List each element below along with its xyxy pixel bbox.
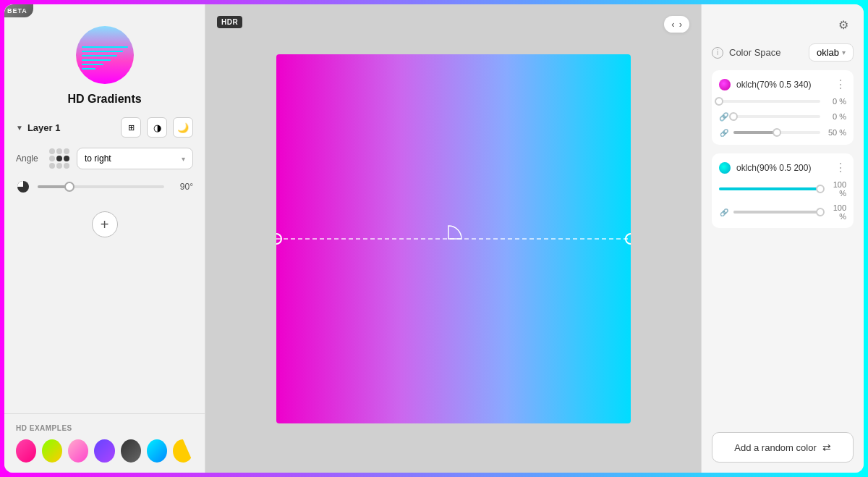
info-icon[interactable]: i bbox=[712, 47, 723, 59]
stop-1-slider-1-thumb[interactable] bbox=[715, 97, 723, 106]
color-stop-2-header: oklch(90% 0.5 200) ⋮ bbox=[719, 161, 846, 174]
dot-tl bbox=[49, 148, 55, 154]
add-random-label: Add a random color bbox=[734, 442, 816, 453]
logo-area: HD Gradients bbox=[4, 4, 205, 117]
stop-1-slider-3-fill bbox=[733, 131, 777, 134]
stop-2-slider-2-value: 100 % bbox=[825, 203, 846, 221]
collapse-icon[interactable]: ▼ bbox=[16, 124, 23, 132]
settings-button[interactable]: ⚙ bbox=[833, 14, 854, 35]
stop-1-slider-3-value: 50 % bbox=[825, 128, 846, 137]
color-space-label: Color Space bbox=[729, 47, 803, 58]
angle-direction-value: to right bbox=[85, 153, 111, 164]
layer-title-row: ▼ Layer 1 bbox=[16, 122, 60, 133]
example-swatch-7[interactable] bbox=[173, 439, 193, 463]
stop-1-slider-3-row: 🔗 50 % bbox=[719, 127, 846, 138]
layer-name: Layer 1 bbox=[27, 122, 61, 133]
sidebar: BETA HD Gradients ▼ Layer 1 bbox=[4, 4, 205, 473]
example-swatch-3[interactable] bbox=[68, 439, 88, 463]
next-arrow-icon[interactable]: › bbox=[679, 19, 682, 30]
add-random-color-button[interactable]: Add a random color ⇄ bbox=[712, 432, 854, 463]
angle-direction-select[interactable]: to right ▾ bbox=[77, 148, 193, 169]
stop-2-slider-1-row: 100 % bbox=[719, 180, 846, 198]
example-swatch-1[interactable] bbox=[16, 439, 36, 463]
spacer bbox=[712, 237, 854, 423]
color-stop-2: oklch(90% 0.5 200) ⋮ 100 % 🔗 100 % bbox=[712, 153, 854, 228]
stop-2-slider-1-thumb[interactable] bbox=[816, 185, 825, 193]
right-panel: ⚙ i Color Space oklab ▾ oklch(70% 0.5 34… bbox=[701, 4, 864, 473]
direction-dots[interactable] bbox=[49, 148, 69, 169]
angle-slider-row: 90° bbox=[16, 180, 193, 194]
example-swatch-5[interactable] bbox=[121, 439, 141, 463]
dot-bc bbox=[56, 163, 62, 169]
stop-1-slider-1-track[interactable] bbox=[719, 100, 820, 103]
stop-1-slider-2-thumb[interactable] bbox=[729, 112, 738, 121]
prev-arrow-icon[interactable]: ‹ bbox=[671, 19, 674, 30]
stop-2-slider-2-row: 🔗 100 % bbox=[719, 203, 846, 221]
stop-2-slider-2-track[interactable] bbox=[733, 211, 820, 214]
dot-mr bbox=[64, 156, 69, 161]
color-stop-1-dot[interactable] bbox=[719, 79, 731, 90]
color-stop-1-header: oklch(70% 0.5 340) ⋮ bbox=[719, 77, 846, 91]
stop-1-slider-1-row: 0 % bbox=[719, 97, 846, 106]
color-space-value: oklab bbox=[817, 47, 839, 58]
stop-2-slider-1-fill bbox=[719, 187, 820, 190]
app-logo bbox=[76, 26, 134, 84]
more-options-2-icon[interactable]: ⋮ bbox=[835, 161, 846, 174]
angle-label: Angle bbox=[16, 153, 42, 164]
shuffle-icon: ⇄ bbox=[822, 442, 831, 453]
dot-br bbox=[64, 163, 69, 169]
grid-view-button[interactable]: ⊞ bbox=[121, 117, 141, 138]
gradient-canvas bbox=[276, 54, 631, 423]
add-layer-area: + bbox=[16, 200, 193, 249]
example-swatch-4[interactable] bbox=[94, 439, 114, 463]
dark-mode-button[interactable]: 🌙 bbox=[173, 117, 193, 138]
stop-1-slider-3-thumb[interactable] bbox=[773, 128, 781, 137]
angle-value-display: 90° bbox=[171, 182, 193, 192]
dot-mc bbox=[56, 156, 62, 161]
logo-lines bbox=[82, 46, 128, 69]
nav-arrows[interactable]: ‹ › bbox=[664, 16, 689, 33]
settings-icon-row: ⚙ bbox=[712, 14, 854, 35]
angle-pie-icon bbox=[16, 180, 30, 194]
half-circle-button[interactable]: ◑ bbox=[147, 117, 167, 138]
dot-tr bbox=[64, 148, 69, 154]
more-options-1-icon[interactable]: ⋮ bbox=[835, 77, 846, 91]
gradient-svg-line bbox=[276, 224, 631, 253]
color-space-select[interactable]: oklab ▾ bbox=[809, 43, 854, 62]
layer-actions: ⊞ ◑ 🌙 bbox=[121, 117, 193, 138]
angle-slider-track[interactable] bbox=[38, 185, 164, 188]
link-icon: 🔗 bbox=[719, 111, 729, 122]
stop-2-slider-2-thumb[interactable] bbox=[816, 208, 825, 216]
example-swatch-6[interactable] bbox=[147, 439, 167, 463]
sidebar-footer: HD EXAMPLES bbox=[4, 413, 205, 473]
dot-bl bbox=[49, 163, 55, 169]
stop-2-slider-1-value: 100 % bbox=[825, 180, 846, 198]
stop-2-slider-2-fill bbox=[733, 211, 820, 214]
stop-1-slider-2-value: 0 % bbox=[825, 112, 846, 121]
app-title: HD Gradients bbox=[67, 93, 141, 106]
chevron-down-icon: ▾ bbox=[842, 48, 846, 56]
link-icon-2: 🔗 bbox=[719, 127, 729, 138]
color-stop-2-dot[interactable] bbox=[719, 162, 731, 174]
examples-row bbox=[16, 439, 193, 463]
angle-row: Angle to right ▾ bbox=[16, 148, 193, 169]
stop-1-slider-2-track[interactable] bbox=[733, 115, 820, 118]
color-space-row: i Color Space oklab ▾ bbox=[712, 43, 854, 62]
sidebar-content: ▼ Layer 1 ⊞ ◑ 🌙 Angle bbox=[4, 117, 205, 413]
canvas-area: HDR ‹ › bbox=[205, 4, 701, 473]
layer-header: ▼ Layer 1 ⊞ ◑ 🌙 bbox=[16, 117, 193, 138]
stop-1-slider-2-row: 🔗 0 % bbox=[719, 111, 846, 122]
app-container: BETA HD Gradients ▼ Layer 1 bbox=[4, 4, 864, 473]
beta-badge: BETA bbox=[4, 4, 33, 17]
angle-slider-thumb[interactable] bbox=[64, 182, 75, 192]
dot-tc bbox=[56, 148, 62, 154]
add-layer-button[interactable]: + bbox=[92, 211, 118, 237]
color-stop-1: oklch(70% 0.5 340) ⋮ 0 % 🔗 0 % bbox=[712, 70, 854, 145]
dot-ml bbox=[49, 156, 55, 161]
stop-2-slider-1-track[interactable] bbox=[719, 187, 820, 190]
color-stop-1-name: oklch(70% 0.5 340) bbox=[736, 80, 829, 90]
examples-label: HD EXAMPLES bbox=[16, 424, 193, 432]
example-swatch-2[interactable] bbox=[42, 439, 62, 463]
link-icon-3: 🔗 bbox=[719, 207, 729, 217]
stop-1-slider-3-track[interactable] bbox=[733, 131, 820, 134]
